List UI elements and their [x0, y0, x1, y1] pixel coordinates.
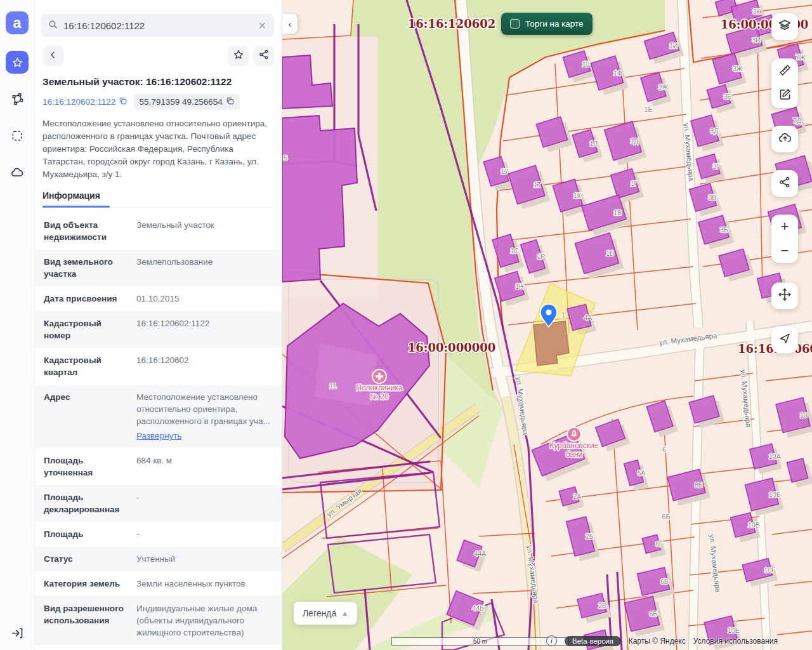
info-row: Категория земельЗемли населенных пунктов — [35, 571, 282, 596]
house-number: 7Д — [793, 117, 801, 124]
house-number: 1С — [511, 247, 520, 255]
sidebar-item-cloud[interactable] — [6, 161, 29, 184]
locate-button[interactable] — [771, 326, 798, 353]
zoom-group: + − — [771, 215, 798, 263]
info-row-label: Категория земель — [44, 578, 128, 590]
exit-icon — [11, 627, 24, 640]
coordinates-chip[interactable]: 55.791359 49.256654 — [134, 94, 239, 110]
chevron-left-icon — [48, 50, 58, 62]
tab-information[interactable]: Информация — [43, 190, 100, 201]
legend-button[interactable]: Легенда ▲ — [294, 602, 357, 625]
info-row: Кадастровый номер16:16:120602:1122 — [35, 311, 282, 348]
house-number: 10 — [800, 411, 808, 419]
star-icon — [11, 56, 23, 69]
share-button[interactable] — [253, 46, 274, 66]
detail-actions — [43, 46, 274, 66]
favorite-button[interactable] — [228, 46, 249, 66]
chevron-left-icon: ‹ — [289, 18, 292, 29]
info-row: Вид разрешенного использованияИндивидуал… — [35, 596, 282, 645]
layers-button[interactable] — [771, 13, 798, 40]
info-row-value: 16:16:120602 — [136, 355, 189, 365]
house-number: 1И — [669, 42, 678, 50]
map-canvas[interactable]: 1Ш1Ф1И1Ж1Л1Д1Г1В1Б1У1Т1К1С1Р1Н4А3К3И3Ж3Е… — [282, 0, 812, 650]
map-area[interactable]: 1Ш1Ф1И1Ж1Л1Д1Г1В1Б1У1Т1К1С1Р1Н4А3К3И3Ж3Е… — [282, 0, 812, 650]
tabs: Информация — [43, 190, 275, 208]
info-row-label: Площадь — [44, 528, 128, 540]
copy-icon[interactable] — [226, 96, 235, 107]
sidebar-item-polygon-tool[interactable] — [6, 88, 29, 110]
search-icon — [48, 19, 58, 32]
house-number: 1Ф — [613, 69, 622, 77]
house-number: 4А — [584, 314, 593, 321]
app-logo[interactable]: a — [6, 11, 29, 34]
house-number: 3Д — [710, 127, 719, 135]
house-number: 3К — [753, 8, 761, 15]
pan-icon — [778, 288, 792, 304]
logout-button[interactable] — [0, 627, 35, 640]
zoom-in-button[interactable]: + — [771, 215, 798, 239]
info-table: Вид объекта недвижимостиЗемельный участо… — [35, 213, 282, 645]
info-row-label: Площадь декларированная — [44, 491, 128, 515]
upload-button[interactable] — [771, 126, 798, 152]
info-row-value: Индивидуальные жилые дома (объекты индив… — [136, 604, 257, 637]
house-number: 1Ж — [658, 83, 669, 91]
house-number: 3Е — [724, 93, 732, 100]
house-number: 2А — [573, 493, 582, 500]
detail-panel: ✕ Земельный участок: 16:16:120602:1122 — [35, 0, 282, 650]
beta-badge: Beta-версия — [565, 636, 621, 646]
house-number: 1Р — [537, 253, 546, 260]
house-number: 2Б — [586, 533, 594, 540]
expand-link[interactable]: Развернуть — [136, 430, 182, 442]
cadastral-number-link[interactable]: 16:16:120602:1122 — [43, 96, 128, 107]
area-label: 6 — [662, 446, 666, 453]
edit-button[interactable] — [771, 83, 798, 107]
house-number: 1Ш — [582, 60, 592, 68]
house-number: 1К — [573, 192, 582, 199]
share-map-button[interactable] — [771, 170, 798, 197]
sidebar-item-select-area[interactable] — [6, 124, 29, 147]
copy-icon[interactable] — [119, 96, 128, 107]
house-number: 1Д — [631, 137, 639, 145]
maps-copyright[interactable]: Карты © Яндекс — [629, 637, 686, 646]
search-input[interactable] — [63, 20, 257, 31]
location-description: Местоположение установлено относительно … — [43, 117, 274, 181]
trades-checkbox[interactable] — [510, 19, 520, 29]
info-row-value: Земли населенных пунктов — [136, 579, 246, 588]
info-icon[interactable]: i — [546, 635, 557, 646]
info-row-value: - — [136, 529, 140, 539]
house-number: 1У — [501, 168, 509, 175]
info-row-value: 684 кв. м — [136, 456, 172, 465]
pan-button[interactable] — [771, 282, 798, 309]
ruler-button[interactable] — [771, 59, 798, 83]
zoom-out-button[interactable]: − — [771, 239, 798, 263]
house-number: 1В — [613, 209, 622, 216]
spa-icon — [567, 427, 581, 441]
info-row: СтатусУчтенный — [35, 547, 282, 571]
info-row-value: Землепользование — [136, 257, 213, 267]
clear-search-icon[interactable]: ✕ — [257, 20, 268, 32]
star-outline-icon — [233, 49, 244, 63]
info-row-value: Учтенный — [136, 554, 175, 564]
house-number: 44Б — [473, 604, 485, 612]
chips-row: 16:16:120602:1122 55.791359 49.256654 — [43, 94, 274, 110]
page-title: Земельный участок: 16:16:120602:1122 — [43, 76, 274, 88]
info-row-label: Адрес — [44, 391, 128, 442]
sidebar-item-favorites[interactable] — [6, 51, 29, 74]
house-number: 3В — [709, 194, 717, 201]
poi-label: бани — [566, 450, 583, 459]
info-row-label: Площадь уточненная — [44, 454, 128, 479]
house-number: 1Б — [606, 249, 614, 257]
search-bar: ✕ — [41, 14, 274, 37]
terms-link[interactable]: Условия использования — [693, 637, 778, 646]
house-number: 1Л — [590, 140, 598, 147]
collapse-sidebar-button[interactable]: ‹ — [282, 14, 298, 34]
house-number: 2В — [598, 602, 606, 609]
house-number: 6Б — [650, 610, 658, 618]
minus-icon: − — [781, 244, 789, 258]
info-row-label: Дата присвоения — [44, 293, 128, 305]
share-icon — [258, 49, 270, 63]
plus-icon: + — [781, 220, 789, 234]
back-button[interactable] — [43, 46, 63, 66]
trades-on-map-button[interactable]: Торги на карте — [501, 13, 593, 35]
info-row: Вид земельного участкаЗемлепользование — [35, 249, 282, 286]
